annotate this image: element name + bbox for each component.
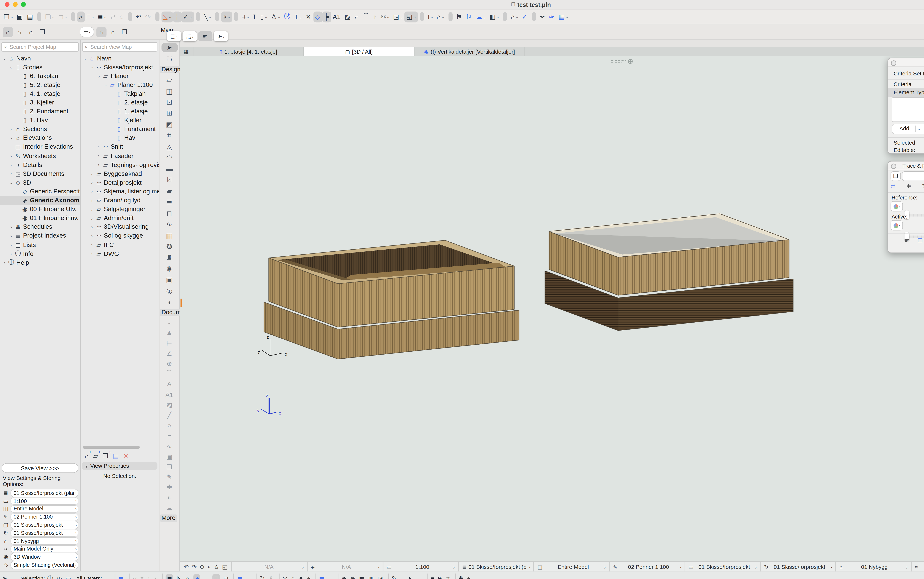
pick-up-icon[interactable]: ◳⌄ bbox=[392, 11, 405, 22]
reference-color-button[interactable]: › bbox=[891, 201, 903, 211]
pickup-params-icon[interactable]: ✒ bbox=[538, 11, 547, 22]
viewmap-toggle-icon[interactable]: ⌂ bbox=[108, 27, 118, 37]
palette-divider-handle[interactable] bbox=[181, 299, 182, 307]
nav-icon[interactable]: ⌖ bbox=[207, 563, 211, 571]
navigator-toggle-icon[interactable]: ⌂ bbox=[26, 27, 36, 37]
info-icon[interactable]: ⓘ bbox=[47, 574, 53, 579]
toolbox-tool[interactable]: ∿ bbox=[160, 219, 179, 230]
tree-item[interactable]: › ▤ Lists bbox=[0, 240, 80, 249]
expand-arrow-icon[interactable]: › bbox=[96, 145, 102, 149]
status-field[interactable]: ≈ Main Model Only › bbox=[911, 562, 924, 571]
view-map-action-icon[interactable]: ▱ bbox=[93, 452, 98, 460]
redo-icon[interactable]: ↷ bbox=[144, 11, 153, 22]
list-icon[interactable]: ≡ bbox=[431, 574, 434, 579]
expand-arrow-icon[interactable]: › bbox=[8, 154, 14, 158]
toolbar-button[interactable] bbox=[420, 12, 424, 21]
view-properties-header[interactable]: ▼ View Properties bbox=[82, 462, 157, 469]
toolbox-tool[interactable]: ☁ bbox=[160, 503, 179, 513]
surveyor-icon[interactable]: ⌖ bbox=[307, 574, 310, 579]
toolbox-tool[interactable]: ⌅ bbox=[160, 317, 179, 327]
tree-item[interactable]: › ▱ Salgstegninger bbox=[81, 204, 159, 214]
save-icon[interactable]: ▣ bbox=[15, 11, 25, 22]
tree-item[interactable]: ◉ 01 Filmbane innv. bbox=[0, 214, 80, 222]
view-setting-row[interactable]: ◉ 3D Window› bbox=[2, 553, 78, 561]
view-setting-row[interactable]: ⌂ 01 Nybygg› bbox=[2, 537, 78, 545]
toolbar-button[interactable] bbox=[71, 12, 75, 21]
zoom-home-icon[interactable]: ⌂ bbox=[291, 574, 295, 579]
toolbox-more-header[interactable]: More bbox=[160, 514, 177, 522]
guide-segment-icon[interactable]: ╎ bbox=[173, 11, 181, 22]
expand-arrow-icon[interactable]: ⌄ bbox=[102, 82, 108, 87]
view-setting-row[interactable]: ✎ 02 Penner 1:100› bbox=[2, 514, 78, 520]
camera-dd-icon[interactable]: ⌄ bbox=[328, 574, 333, 579]
trace-reference-title[interactable]: Trace & Reference bbox=[888, 162, 924, 170]
pet-button[interactable]: ⬚› bbox=[167, 31, 181, 41]
toolbox-tool[interactable]: ▦ bbox=[160, 230, 179, 241]
view-setting-row[interactable]: ▢ 01 Skisse/forprosjekt› bbox=[2, 522, 78, 528]
tree-item[interactable]: ⌄ ⌂ Navn bbox=[81, 54, 159, 62]
3d-styles-icon[interactable]: ▤ bbox=[237, 574, 242, 579]
active-color-button[interactable]: › bbox=[891, 221, 903, 230]
toolbox-tool[interactable]: ⌒ bbox=[160, 369, 179, 379]
toolbox-tool[interactable]: A bbox=[160, 379, 179, 389]
tree-item[interactable]: ⌄ ◇ 3D bbox=[0, 178, 80, 187]
tree-item[interactable]: › ◳ 3D Documents bbox=[0, 169, 80, 178]
person-icon[interactable]: ♙⌄ bbox=[269, 11, 282, 22]
expand-arrow-icon[interactable]: › bbox=[8, 171, 14, 176]
publish-icon[interactable]: ❏⌄ bbox=[43, 11, 56, 22]
flag-list-icon[interactable]: ⚐ bbox=[464, 11, 474, 22]
toolbox-tool[interactable]: ✎ bbox=[160, 472, 179, 482]
expand-arrow-icon[interactable]: › bbox=[8, 225, 14, 229]
expand-arrow-icon[interactable]: › bbox=[89, 207, 95, 212]
toolbox-tool[interactable]: ✺ bbox=[160, 263, 179, 274]
status-field[interactable]: ◈ N/A › bbox=[307, 562, 382, 571]
nav-icon[interactable]: ♙ bbox=[214, 563, 219, 570]
intersect-icon[interactable]: ✕ bbox=[304, 11, 313, 22]
selection-dropdown-icon[interactable]: ⌄ bbox=[11, 574, 15, 579]
horizontal-scrollbar[interactable] bbox=[83, 446, 140, 449]
toolbox-tool[interactable]: ⊓ bbox=[160, 208, 179, 219]
tree-item[interactable]: › ✎ Worksheets bbox=[0, 151, 80, 160]
tree-item[interactable]: › ⌂ Sections bbox=[0, 125, 80, 134]
toolbox-tool[interactable]: ▬ bbox=[160, 163, 179, 174]
home-story-icon[interactable]: ⌂⌄ bbox=[509, 11, 520, 22]
orbit-icon[interactable]: ↻ bbox=[260, 574, 265, 579]
view-map-action-icon[interactable]: ❐ bbox=[103, 452, 108, 460]
toolbox-tool[interactable]: ▰ bbox=[160, 185, 179, 196]
expand-arrow-icon[interactable]: › bbox=[8, 242, 14, 247]
coordinates-icon[interactable]: ⌖⌄ bbox=[221, 11, 232, 22]
story-down2-icon[interactable]: ▿ bbox=[140, 574, 144, 579]
tree-item[interactable]: ⌄ ▯ Stories bbox=[0, 62, 80, 71]
toolbox-tool[interactable]: ◠ bbox=[160, 152, 179, 163]
trace-action-icon[interactable]: ✚ bbox=[906, 183, 911, 189]
toolbox-tool[interactable]: ▣ bbox=[160, 274, 179, 285]
trace-tool-icon[interactable]: ❐ bbox=[918, 237, 922, 244]
expand-arrow-icon[interactable]: › bbox=[8, 234, 14, 238]
tree-item[interactable]: › ▱ Byggesøknad bbox=[81, 169, 159, 178]
project-map-search-input[interactable] bbox=[8, 43, 76, 51]
expand-arrow-icon[interactable]: › bbox=[89, 198, 95, 203]
expand-arrow-icon[interactable]: › bbox=[96, 162, 102, 167]
expand-arrow-icon[interactable]: › bbox=[89, 225, 95, 229]
target-icon[interactable]: ⌖ bbox=[467, 574, 470, 579]
translate-icon[interactable]: ⇄ bbox=[108, 11, 118, 22]
transform-box-icon[interactable]: ◱⌄ bbox=[405, 11, 418, 22]
panel-close-icon[interactable] bbox=[891, 61, 896, 66]
toolbox-tool[interactable]: ⊕ bbox=[160, 358, 179, 369]
wall-hatch-icon[interactable]: ▦ bbox=[359, 574, 364, 579]
flag-icon[interactable]: ⚑ bbox=[454, 11, 464, 22]
toolbox-tool[interactable]: ◫ bbox=[160, 85, 179, 96]
project-map-search[interactable]: ⌕ bbox=[1, 42, 79, 52]
status-field[interactable]: ◫ Entire Model › bbox=[534, 562, 609, 571]
toolbox-tool[interactable]: ❏ bbox=[160, 461, 179, 472]
tree-item[interactable]: › ▱ Sol og skygge bbox=[81, 231, 159, 240]
view-map-action-icon[interactable]: ▤ bbox=[113, 452, 119, 460]
camera-settings-icon[interactable]: ▤ bbox=[319, 574, 325, 579]
expand-arrow-icon[interactable]: › bbox=[8, 251, 14, 256]
axono-arrows-icon[interactable]: ⇱ bbox=[177, 574, 181, 579]
drawing-scale-icon[interactable]: ▯⌄ bbox=[258, 11, 269, 22]
tree-item[interactable]: ▯ 1. etasje bbox=[81, 107, 159, 116]
3d-cutaway-icon[interactable]: ◎ bbox=[282, 574, 287, 579]
toolbox-tool[interactable]: ⌗ bbox=[160, 129, 179, 141]
window-controls[interactable] bbox=[5, 2, 26, 7]
